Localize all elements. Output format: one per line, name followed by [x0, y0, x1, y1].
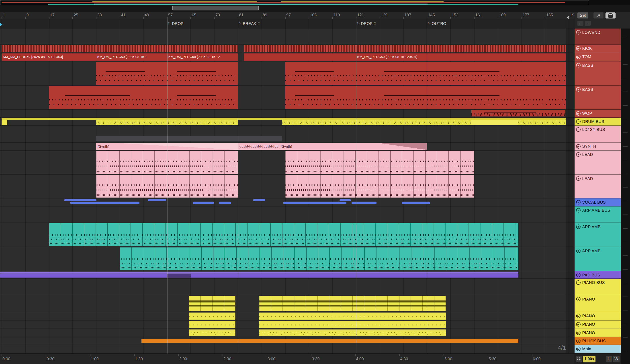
clip[interactable]: [96, 175, 238, 198]
track-header-lead[interactable]: ▼LEAD: [574, 175, 621, 198]
clip[interactable]: KM_DM_PERC59 [2025-08-15 120404]: [356, 54, 566, 61]
clip[interactable]: [259, 329, 446, 336]
fold-triangle-icon[interactable]: ▼: [576, 63, 581, 68]
clip[interactable]: [352, 202, 376, 204]
clip[interactable]: [167, 274, 191, 278]
play-icon[interactable]: ▶: [576, 54, 581, 59]
clip[interactable]: [148, 199, 166, 201]
clip[interactable]: [402, 202, 430, 204]
track-header-bass[interactable]: ▼BASS: [574, 86, 621, 110]
track-header-pluck-bus[interactable]: ≡PLUCK BUS: [574, 337, 621, 345]
locator-lane[interactable]: ▷DROP▷BREAK 2▷DROP 2▷OUTRO: [0, 19, 574, 29]
fold-triangle-icon[interactable]: ▼: [576, 152, 581, 156]
lock-button[interactable]: [606, 12, 616, 18]
track-header-drum-bus[interactable]: ≡DRUM BUS: [574, 118, 621, 126]
track-header-vocal-bus[interactable]: ≡VOCAL BUS: [574, 198, 621, 206]
track-header-arp-amb-bus[interactable]: ≡ARP AMB BUS: [574, 206, 621, 223]
clip[interactable]: [356, 45, 566, 52]
play-icon[interactable]: ▶: [576, 322, 581, 327]
clip[interactable]: [167, 45, 238, 52]
clip[interactable]: [120, 248, 518, 270]
clip[interactable]: [219, 202, 231, 204]
zoom-width-button[interactable]: W: [613, 356, 620, 362]
clip[interactable]: [0, 274, 518, 278]
bus-icon[interactable]: ≡: [576, 338, 581, 343]
clip[interactable]: [283, 202, 346, 204]
clip[interactable]: [259, 312, 446, 320]
clip[interactable]: [253, 199, 265, 201]
track-header-kick[interactable]: ▶KICK: [574, 45, 621, 53]
overview-viewport[interactable]: [0, 0, 589, 5]
playback-speed-button[interactable]: 1.00x: [583, 356, 596, 362]
clip[interactable]: [340, 199, 351, 201]
clip[interactable]: [471, 120, 518, 125]
play-icon[interactable]: ▶: [576, 347, 581, 351]
expand-button[interactable]: ↗: [594, 12, 604, 18]
clip[interactable]: [356, 86, 566, 109]
clip[interactable]: [285, 175, 474, 198]
clip[interactable]: [141, 339, 518, 343]
play-icon[interactable]: ▶: [576, 46, 581, 51]
track-header-bass[interactable]: ▼BASS: [574, 62, 621, 86]
zoom-height-button[interactable]: H: [606, 356, 612, 362]
clip[interactable]: [96, 151, 238, 174]
bus-icon[interactable]: ≡: [576, 273, 581, 277]
clip[interactable]: [96, 45, 167, 52]
arrangement-marker-break-2[interactable]: ▷BREAK 2: [239, 20, 260, 26]
beat-time-ruler[interactable]: 1917253341495765738189971051131211291371…: [0, 12, 574, 20]
clip[interactable]: [189, 312, 236, 320]
clip[interactable]: [189, 321, 236, 328]
clip[interactable]: [49, 86, 167, 109]
clip[interactable]: [285, 62, 356, 85]
track-header-ld-sy-bus[interactable]: ≡LD/ SY BUS: [574, 126, 621, 143]
bus-icon[interactable]: ≡: [576, 280, 581, 285]
bus-icon[interactable]: ≡: [576, 208, 581, 212]
track-header-pad-bus[interactable]: ≡PAD BUS: [574, 271, 621, 279]
clip[interactable]: [2, 45, 96, 52]
track-header-piano[interactable]: ▶PIANO: [574, 320, 621, 329]
clip[interactable]: [96, 136, 282, 142]
fold-triangle-icon[interactable]: ▼: [576, 224, 581, 229]
bus-icon[interactable]: ≡: [576, 200, 581, 204]
play-icon[interactable]: ▶: [576, 111, 581, 116]
clip[interactable]: [259, 296, 446, 311]
fold-triangle-icon[interactable]: ▼: [576, 297, 581, 301]
arrangement-overview[interactable]: [0, 0, 630, 5]
track-header-wop[interactable]: ▶WOP: [574, 110, 621, 118]
clip[interactable]: [0, 272, 518, 274]
track-header-lowend[interactable]: ≡LOWEND: [574, 28, 621, 45]
grid-toggle-button[interactable]: [576, 356, 582, 362]
track-header-lead[interactable]: ▼LEAD: [574, 150, 621, 175]
play-icon[interactable]: ▶: [576, 330, 581, 335]
fold-triangle-icon[interactable]: ▼: [576, 176, 581, 181]
track-header-piano[interactable]: ▶PIANO: [574, 312, 621, 320]
clip[interactable]: [189, 296, 236, 311]
clip[interactable]: KM_DM_PERC59 [2025-08-15 12: [167, 54, 238, 61]
clip[interactable]: [282, 120, 566, 125]
clip[interactable]: [259, 321, 446, 328]
track-header-piano[interactable]: ▶PIANO: [574, 329, 621, 337]
track-header-main[interactable]: ▶Main: [574, 345, 621, 353]
clip[interactable]: KM_DM_PERC59 [2025-08-15 120404]: [2, 54, 96, 61]
clip[interactable]: [49, 223, 518, 246]
fold-triangle-icon[interactable]: ▼: [576, 248, 581, 253]
minutes-ruler[interactable]: 0:000:301:001:302:002:303:003:304:004:30…: [0, 354, 574, 364]
clip[interactable]: [189, 329, 236, 336]
clip[interactable]: [285, 151, 474, 174]
clip[interactable]: [472, 110, 566, 116]
zoom-scroll-bar[interactable]: [0, 5, 630, 12]
clip[interactable]: [193, 202, 214, 204]
track-header-arp-amb[interactable]: ▼ARP AMB: [574, 223, 621, 247]
clip[interactable]: [96, 120, 238, 125]
arrangement-marker-outro[interactable]: ▷OUTRO: [428, 20, 446, 26]
clip[interactable]: [356, 62, 566, 85]
clip[interactable]: [2, 118, 566, 120]
clip[interactable]: [285, 86, 356, 109]
clip[interactable]: [64, 199, 96, 201]
fold-triangle-icon[interactable]: ▼: [576, 87, 581, 92]
bus-icon[interactable]: ≡: [576, 119, 581, 124]
clip[interactable]: [2, 120, 7, 125]
bus-icon[interactable]: ≡: [576, 30, 581, 34]
next-marker-button[interactable]: →: [585, 21, 590, 26]
track-header-synth[interactable]: ▶SYNTH: [574, 143, 621, 150]
